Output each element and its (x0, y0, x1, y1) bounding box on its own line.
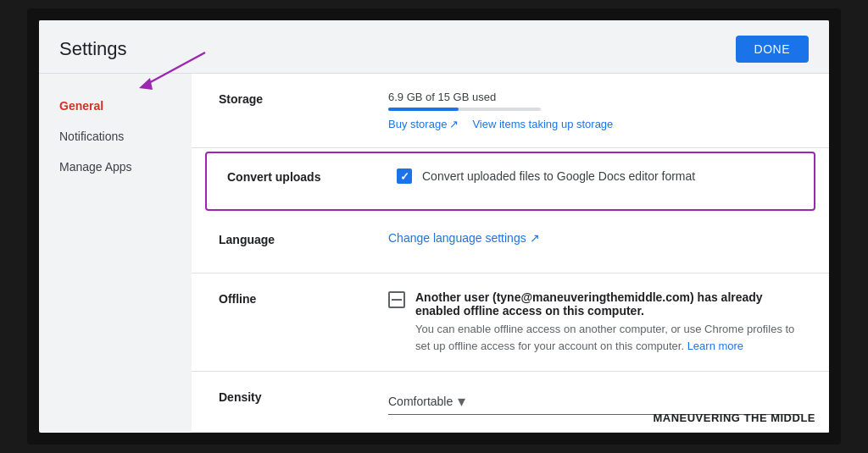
storage-bar-fill (388, 108, 459, 111)
convert-uploads-content: ✓ Convert uploaded files to Google Docs … (397, 168, 793, 184)
main-content: Storage 6.9 GB of 15 GB used Buy storage… (192, 74, 829, 433)
convert-uploads-label: Convert uploads (227, 168, 397, 184)
offline-icon (388, 291, 405, 308)
offline-inner: Another user (tyne@maneuveringthemiddle.… (388, 290, 802, 354)
sidebar-item-general[interactable]: General (39, 91, 192, 121)
language-row: Language Change language settings ↗ (192, 214, 829, 273)
offline-icon-bar (392, 299, 402, 301)
storage-used-text: 6.9 GB of 15 GB used (388, 91, 802, 103)
change-language-link[interactable]: Change language settings ↗ (388, 231, 802, 245)
offline-main-text: Another user (tyne@maneuveringthemiddle.… (415, 290, 763, 318)
sidebar-item-notifications[interactable]: Notifications (39, 121, 192, 152)
view-items-link[interactable]: View items taking up storage (472, 118, 613, 130)
settings-window: Settings DONE General Notifications Mana… (39, 20, 829, 433)
storage-row: Storage 6.9 GB of 15 GB used Buy storage… (192, 74, 829, 148)
body-layout: General Notifications Manage Apps Storag… (39, 74, 829, 433)
storage-label: Storage (219, 91, 388, 106)
sidebar: General Notifications Manage Apps (39, 74, 192, 433)
offline-content: Another user (tyne@maneuveringthemiddle.… (388, 290, 802, 354)
storage-links: Buy storage ↗ View items taking up stora… (388, 118, 802, 130)
outer-frame: Settings DONE General Notifications Mana… (27, 8, 841, 445)
done-button[interactable]: DONE (736, 36, 809, 63)
dropdown-arrow-icon: ▾ (458, 392, 465, 411)
offline-text: Another user (tyne@maneuveringthemiddle.… (415, 290, 802, 354)
convert-uploads-description: Convert uploaded files to Google Docs ed… (422, 169, 695, 183)
learn-more-link[interactable]: Learn more (687, 340, 743, 352)
language-content: Change language settings ↗ (388, 231, 802, 245)
offline-sub-text: You can enable offline access on another… (415, 321, 802, 354)
header: Settings DONE (39, 20, 829, 74)
offline-label: Offline (219, 290, 388, 306)
storage-bar (388, 108, 541, 111)
storage-content: 6.9 GB of 15 GB used Buy storage ↗ (388, 91, 802, 130)
convert-uploads-row: Convert uploads ✓ Convert uploaded files… (205, 152, 815, 211)
footer-branding: MANEUVERING THE MIDDLE (653, 412, 815, 424)
buy-storage-link[interactable]: Buy storage ↗ (388, 118, 459, 130)
external-link-icon-lang: ↗ (530, 231, 540, 245)
density-value: Comfortable (388, 395, 453, 408)
sidebar-item-manage-apps[interactable]: Manage Apps (39, 152, 192, 182)
convert-uploads-inner: ✓ Convert uploaded files to Google Docs … (397, 168, 793, 184)
page-title: Settings (59, 38, 127, 60)
language-label: Language (219, 231, 388, 246)
convert-uploads-checkbox[interactable]: ✓ (397, 168, 412, 184)
density-label: Density (219, 389, 388, 404)
offline-row: Offline Another user (tyne@maneuveringth… (192, 273, 829, 372)
checkmark-icon: ✓ (400, 170, 409, 183)
storage-bar-container: 6.9 GB of 15 GB used (388, 91, 802, 111)
external-link-icon: ↗ (449, 118, 459, 130)
